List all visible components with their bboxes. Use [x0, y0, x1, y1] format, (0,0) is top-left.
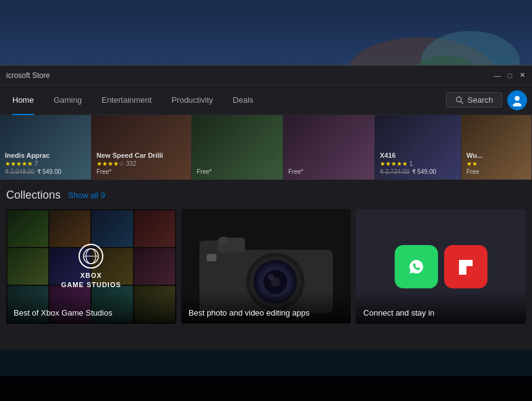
svg-point-25: [219, 236, 228, 245]
svg-line-9: [461, 101, 463, 103]
product-card-1[interactable]: Inedis Apprac ★★★★★ 7 ₹ 2,049.00₹ 549.00: [0, 115, 92, 180]
window-title: icrosoft Store: [6, 71, 50, 80]
connect-collection-label: Connect and stay in: [356, 291, 526, 324]
nav-item-productivity[interactable]: Productivity: [161, 85, 223, 115]
nav-bar: Home Gaming Entertainment Productivity D…: [0, 85, 532, 115]
svg-point-23: [268, 274, 274, 280]
whatsapp-icon: [403, 254, 429, 280]
taskbar: [0, 376, 532, 401]
product-title-1: Inedis Apprac: [5, 152, 86, 159]
products-strip: Inedis Apprac ★★★★★ 7 ₹ 2,049.00₹ 549.00…: [0, 115, 532, 180]
collection-card-photo[interactable]: Best photo and video editing apps: [181, 209, 351, 324]
search-icon: [455, 96, 464, 105]
flipboard-app-icon: [444, 245, 487, 288]
collections-grid: XBOXGAME STUDIOS Best of Xbox Game Studi…: [6, 209, 526, 324]
product-price-2: Free*: [97, 168, 186, 175]
product-card-5[interactable]: X416 ★★★★★ 1 ₹ 2,724.00₹ 549.00: [375, 115, 461, 180]
product-price-6: Free: [466, 168, 526, 175]
product-card-4[interactable]: Free*: [283, 115, 375, 180]
product-price-4: Free*: [288, 168, 369, 175]
product-card-6[interactable]: Wu... ★★ Free: [461, 115, 532, 180]
maximize-button[interactable]: □: [506, 72, 513, 79]
xbox-brand-text: XBOXGAME STUDIOS: [61, 271, 121, 289]
nav-items: Home Gaming Entertainment Productivity D…: [2, 85, 446, 115]
flipboard-icon: [453, 254, 479, 280]
collections-title: Collections: [6, 189, 61, 202]
show-all-link[interactable]: Show all 9: [68, 191, 105, 200]
product-stars-2: ★★★★☆ 332: [97, 160, 186, 167]
xbox-logo-circle: [79, 244, 103, 269]
xbox-collection-label: Best of Xbox Game Studios: [6, 291, 176, 324]
nav-item-entertainment[interactable]: Entertainment: [92, 85, 161, 115]
whatsapp-app-icon: [395, 245, 438, 288]
svg-point-10: [515, 96, 520, 101]
svg-rect-28: [459, 260, 466, 267]
xbox-logo-icon: [82, 248, 100, 265]
svg-rect-30: [466, 260, 473, 266]
store-window: icrosoft Store — □ ✕ Home Gaming Enterta…: [0, 65, 532, 350]
product-price-5: ₹ 2,724.00₹ 549.00: [380, 168, 456, 175]
product-price-3: Free*: [197, 168, 278, 175]
product-stars-5: ★★★★★ 1: [380, 160, 456, 167]
minimize-button[interactable]: —: [494, 72, 501, 79]
photo-collection-label: Best photo and video editing apps: [181, 291, 351, 324]
product-stars-6: ★★: [466, 160, 526, 167]
account-avatar[interactable]: [507, 90, 527, 110]
nav-item-deals[interactable]: Deals: [223, 85, 263, 115]
collection-card-xbox[interactable]: XBOXGAME STUDIOS Best of Xbox Game Studi…: [6, 209, 176, 324]
collections-section: Collections Show all 9: [0, 180, 532, 330]
svg-rect-29: [459, 267, 466, 275]
title-bar-controls: — □ ✕: [494, 72, 526, 79]
search-label: Search: [468, 95, 493, 105]
product-card-2[interactable]: New Speed Car Drilli ★★★★☆ 332 Free*: [92, 115, 192, 180]
svg-point-11: [513, 103, 521, 106]
product-title-2: New Speed Car Drilli: [97, 152, 186, 159]
product-stars-1: ★★★★★ 7: [5, 160, 86, 167]
nav-item-home[interactable]: Home: [2, 85, 44, 115]
close-button[interactable]: ✕: [518, 72, 526, 79]
svg-rect-24: [207, 254, 217, 261]
nav-item-gaming[interactable]: Gaming: [44, 85, 92, 115]
search-button[interactable]: Search: [446, 92, 502, 108]
title-bar: icrosoft Store — □ ✕: [0, 66, 532, 85]
product-title-6: Wu...: [466, 152, 526, 159]
user-icon: [511, 94, 523, 106]
product-title-5: X416: [380, 152, 456, 159]
product-card-3[interactable]: Free*: [192, 115, 283, 180]
collections-header: Collections Show all 9: [6, 189, 526, 202]
product-price-1: ₹ 2,049.00₹ 549.00: [5, 168, 86, 175]
collection-card-connect[interactable]: Connect and stay in: [356, 209, 526, 324]
